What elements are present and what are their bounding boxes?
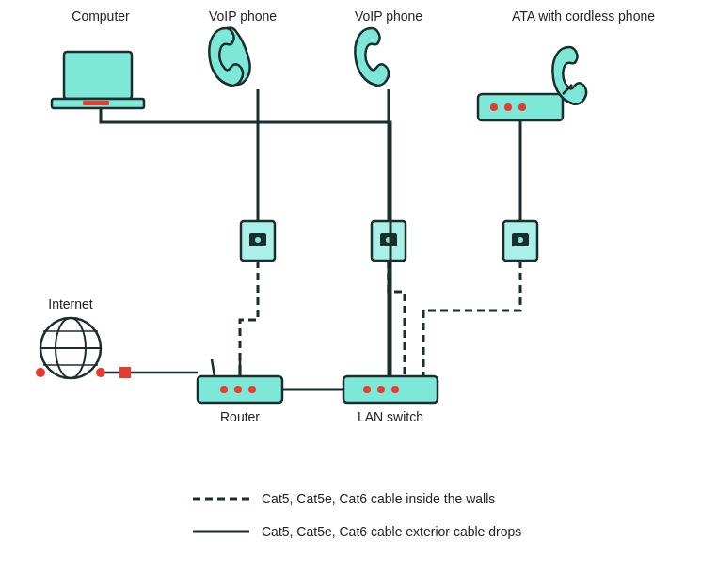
internet-label: Internet (48, 296, 93, 311)
router-label: Router (220, 409, 260, 424)
jack3-to-switch-dashed (423, 261, 520, 376)
ata-dot-3 (518, 103, 526, 111)
jack1-to-router-dashed (240, 261, 258, 376)
internet-dot-left (36, 368, 45, 377)
lan-switch-label: LAN switch (358, 409, 423, 424)
voip-phone-2-group (355, 28, 389, 86)
computer-label: Computer (72, 8, 130, 24)
lan-switch-device (343, 376, 438, 403)
wall-jack-3-led (518, 237, 523, 243)
laptop-screen (64, 52, 132, 99)
router-dot-3 (248, 386, 256, 393)
legend-solid-text: Cat5, Cat5e, Cat6 cable exterior cable d… (262, 524, 521, 539)
internet-dot-right (96, 368, 105, 377)
wall-jack-1-led (255, 237, 261, 243)
lan-dot-3 (391, 386, 399, 393)
ata-dot-1 (490, 103, 498, 111)
legend-dashed-text: Cat5, Cat5e, Cat6 cable inside the walls (262, 491, 495, 506)
ata-dot-2 (504, 103, 512, 111)
voip-phone-2-label: VoIP phone (355, 8, 422, 24)
voip-phone-1-label: VoIP phone (209, 8, 277, 24)
ata-label: ATA with cordless phone (512, 8, 655, 24)
lan-dot-1 (363, 386, 371, 393)
router-antenna-1 (212, 359, 215, 376)
laptop-accent (83, 101, 109, 105)
internet-connector (119, 367, 131, 378)
router-dot-1 (220, 386, 228, 393)
lan-dot-2 (377, 386, 385, 393)
router-dot-2 (234, 386, 242, 393)
